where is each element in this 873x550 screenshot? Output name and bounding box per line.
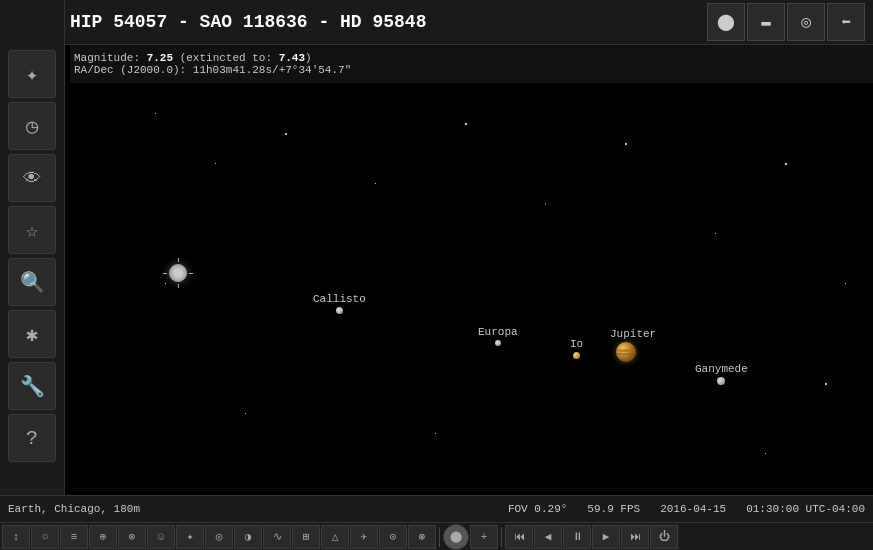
ganymede-dot bbox=[717, 377, 725, 385]
tb-plus-btn[interactable]: + bbox=[470, 525, 498, 549]
fov-status: FOV 0.29° bbox=[508, 503, 567, 515]
callisto-dot bbox=[336, 307, 343, 314]
sidebar-settings-button[interactable]: 🔧 bbox=[8, 362, 56, 410]
target-button[interactable]: ◎ bbox=[787, 3, 825, 41]
object-title: HIP 54057 - SAO 118636 - HD 95848 bbox=[70, 12, 426, 32]
selected-star[interactable] bbox=[169, 264, 187, 282]
crosshair-top bbox=[178, 258, 179, 262]
tb-moon-btn[interactable]: ◑ bbox=[234, 525, 262, 549]
status-bar: Earth, Chicago, 180m FOV 0.29° 59.9 FPS … bbox=[0, 495, 873, 522]
sidebar-scope-button[interactable]: 👁 bbox=[8, 154, 56, 202]
top-controls: ⬤ ▬ ◎ ⬅ bbox=[707, 3, 873, 41]
tb-forward-btn[interactable]: ⏭ bbox=[621, 525, 649, 549]
tb-next-btn[interactable]: ▶ bbox=[592, 525, 620, 549]
left-sidebar: ✦ ◷ 👁 ☆ 🔍 ✱ 🔧 ? bbox=[0, 0, 65, 495]
jupiter-label: Jupiter bbox=[610, 328, 656, 340]
tb-prev-btn[interactable]: ◀ bbox=[534, 525, 562, 549]
tb-pause-btn[interactable]: ⏸ bbox=[563, 525, 591, 549]
tb-move-btn[interactable]: ↕ bbox=[2, 525, 30, 549]
ganymede-obj[interactable]: Ganymede bbox=[695, 363, 748, 385]
tb-wave-btn[interactable]: ∿ bbox=[263, 525, 291, 549]
jupiter-obj[interactable]: Jupiter bbox=[595, 328, 656, 362]
tb-plane-btn[interactable]: ✈ bbox=[350, 525, 378, 549]
crosshair-right bbox=[189, 273, 193, 274]
sidebar-stars-button[interactable]: ✦ bbox=[8, 50, 56, 98]
tb-sep2 bbox=[501, 527, 502, 547]
tb-star-btn[interactable]: ✦ bbox=[176, 525, 204, 549]
jupiter-body bbox=[616, 342, 636, 362]
bottom-toolbar: ↕ ○ ≡ ⊕ ⊗ ☺ ✦ ◎ ◑ ∿ ⊞ △ ✈ ⊙ ⊛ ⬤ + ⏮ ◀ ⏸ … bbox=[0, 522, 873, 550]
info-bar: Magnitude: 7.25 (extincted to: 7.43) RA/… bbox=[70, 45, 873, 83]
io-dot bbox=[573, 352, 580, 359]
sidebar-search-button[interactable]: 🔍 bbox=[8, 258, 56, 306]
europa-dot bbox=[495, 340, 501, 346]
callisto-label: Callisto bbox=[313, 293, 366, 305]
title-area: HIP 54057 - SAO 118636 - HD 95848 bbox=[0, 12, 707, 32]
tb-grid-btn[interactable]: ⊞ bbox=[292, 525, 320, 549]
radec-line: RA/Dec (J2000.0): 11h03m41.28s/+7°34'54.… bbox=[74, 64, 873, 76]
sidebar-special-button[interactable]: ✱ bbox=[8, 310, 56, 358]
sidebar-clock-button[interactable]: ◷ bbox=[8, 102, 56, 150]
ganymede-label: Ganymede bbox=[695, 363, 748, 375]
tb-power-btn[interactable]: ⏻ bbox=[650, 525, 678, 549]
tb-globe1-btn[interactable]: ⊕ bbox=[89, 525, 117, 549]
location-status: Earth, Chicago, 180m bbox=[8, 503, 140, 515]
magnitude-line: Magnitude: 7.25 (extincted to: 7.43) bbox=[74, 52, 873, 64]
tb-sep1 bbox=[439, 527, 440, 547]
tb-menu-btn[interactable]: ≡ bbox=[60, 525, 88, 549]
date-status: 2016-04-15 bbox=[660, 503, 726, 515]
europa-label: Europa bbox=[478, 326, 518, 338]
tb-star2-btn[interactable]: ⊛ bbox=[408, 525, 436, 549]
io-label: Io bbox=[570, 338, 583, 350]
sky-view[interactable]: Callisto Europa Io Jupiter Ganymede bbox=[65, 83, 873, 495]
crosshair-left bbox=[163, 273, 167, 274]
europa-obj[interactable]: Europa bbox=[478, 326, 518, 346]
star-body bbox=[169, 264, 187, 282]
time-status: 01:30:00 UTC-04:00 bbox=[746, 503, 865, 515]
callisto-obj[interactable]: Callisto bbox=[313, 293, 366, 314]
back-button[interactable]: ⬅ bbox=[827, 3, 865, 41]
crosshair-bottom bbox=[178, 284, 179, 288]
tb-globe2-btn[interactable]: ⊗ bbox=[118, 525, 146, 549]
tb-planet-btn[interactable]: ⬤ bbox=[443, 524, 469, 550]
top-bar: HIP 54057 - SAO 118636 - HD 95848 ⬤ ▬ ◎ … bbox=[0, 0, 873, 45]
fps-status: 59.9 FPS bbox=[587, 503, 640, 515]
tb-sun-btn[interactable]: ⊙ bbox=[379, 525, 407, 549]
tb-person-btn[interactable]: ☺ bbox=[147, 525, 175, 549]
io-obj[interactable]: Io bbox=[570, 338, 583, 359]
sidebar-help-button[interactable]: ? bbox=[8, 414, 56, 462]
tb-rewind-btn[interactable]: ⏮ bbox=[505, 525, 533, 549]
minimize-button[interactable]: ▬ bbox=[747, 3, 785, 41]
sidebar-favorite-button[interactable]: ☆ bbox=[8, 206, 56, 254]
tb-triangle-btn[interactable]: △ bbox=[321, 525, 349, 549]
tb-target-btn[interactable]: ◎ bbox=[205, 525, 233, 549]
lock-button[interactable]: ⬤ bbox=[707, 3, 745, 41]
tb-select-btn[interactable]: ○ bbox=[31, 525, 59, 549]
